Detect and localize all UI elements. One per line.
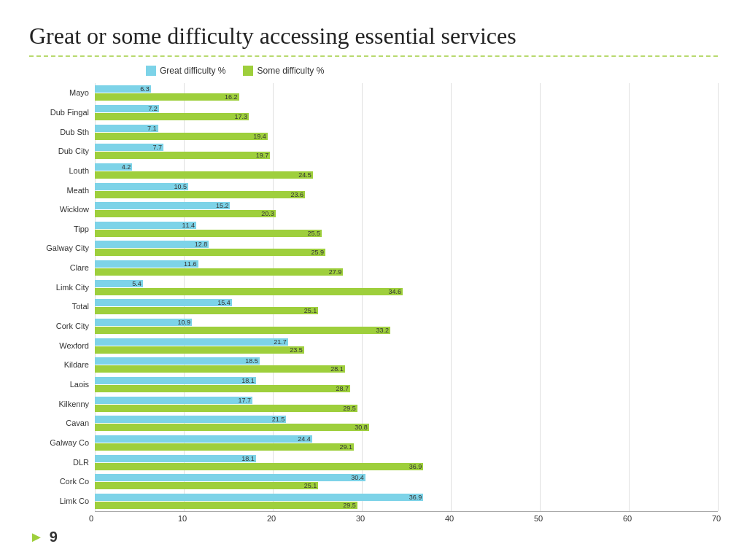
y-label-7: Tipp	[29, 225, 89, 233]
y-label-4: Louth	[29, 167, 89, 175]
bar-great-4: 4.2	[95, 163, 132, 171]
bar-some-label-21: 29.5	[343, 502, 356, 509]
bar-row-6: 15.220.3	[95, 203, 718, 217]
bar-some-label-9: 27.9	[329, 268, 342, 276]
bar-some-label-19: 36.9	[409, 463, 422, 470]
bar-great-11: 15.4	[95, 299, 232, 306]
bar-great-label-7: 11.4	[182, 222, 196, 229]
bar-some-10: 34.6	[95, 288, 403, 295]
bar-some-label-15: 28.7	[336, 385, 349, 392]
bars-wrap-18: 24.429.1	[95, 435, 718, 451]
legend-some: Some difficulty %	[243, 66, 324, 76]
y-label-3: Dub City	[29, 147, 89, 155]
y-label-16: Kilkenny	[29, 400, 89, 408]
bar-row-14: 18.528.1	[95, 358, 718, 373]
bars-wrap-5: 10.523.6	[95, 183, 718, 198]
bar-some-2: 19.4	[95, 133, 268, 140]
bar-some-6: 20.3	[95, 210, 276, 217]
bar-great-9: 11.6	[95, 260, 198, 268]
bar-row-7: 11.425.5	[95, 222, 718, 236]
bar-some-15: 28.7	[95, 385, 350, 392]
bar-some-label-10: 34.6	[389, 288, 402, 295]
bar-great-1: 7.2	[95, 105, 159, 112]
x-tick-60: 60	[623, 514, 632, 523]
bars-wrap-11: 15.425.1	[95, 299, 718, 314]
bar-some-20: 25.1	[95, 482, 318, 489]
bar-some-label-13: 23.5	[290, 346, 303, 354]
y-label-2: Dub Sth	[29, 128, 89, 136]
legend-some-label: Some difficulty %	[257, 66, 324, 76]
bars-wrap-19: 18.136.9	[95, 455, 718, 470]
y-label-15: Laois	[29, 381, 89, 389]
bar-great-label-3: 7.7	[152, 144, 162, 151]
bar-row-1: 7.217.3	[95, 105, 718, 120]
bar-great-label-0: 6.3	[140, 85, 150, 93]
bar-row-4: 4.224.5	[95, 163, 718, 178]
footer-arrow-icon: ►	[29, 529, 44, 545]
bar-some-9: 27.9	[95, 268, 343, 276]
x-axis: 010203040506070	[95, 511, 718, 524]
bar-great-2: 7.1	[95, 125, 158, 132]
bar-great-label-13: 21.7	[274, 338, 287, 346]
bar-some-label-1: 17.3	[235, 113, 248, 120]
bar-great-10: 5.4	[95, 280, 143, 287]
bar-some-label-4: 24.5	[298, 171, 311, 179]
bar-great-6: 15.2	[95, 202, 230, 209]
bar-row-0: 6.316.2	[95, 86, 718, 101]
bar-some-0: 16.2	[95, 93, 239, 101]
bar-great-13: 21.7	[95, 338, 288, 346]
bar-row-10: 5.434.6	[95, 280, 718, 295]
x-tick-10: 10	[178, 514, 187, 523]
bar-great-label-5: 10.5	[174, 183, 187, 190]
bars-wrap-16: 17.729.5	[95, 397, 718, 412]
bar-row-17: 21.530.8	[95, 416, 718, 431]
bars-wrap-1: 7.217.3	[95, 105, 718, 120]
bar-great-label-6: 15.2	[216, 202, 229, 209]
bar-great-8: 12.8	[95, 241, 209, 248]
bars-wrap-9: 11.627.9	[95, 260, 718, 276]
bar-great-12: 10.9	[95, 319, 192, 326]
bar-great-label-9: 11.6	[184, 260, 197, 268]
bar-great-label-12: 10.9	[177, 319, 190, 326]
bars-wrap-12: 10.933.2	[95, 319, 718, 334]
y-label-9: Clare	[29, 264, 89, 272]
bars-wrap-15: 18.128.7	[95, 377, 718, 392]
bars-wrap-13: 21.723.5	[95, 338, 718, 354]
bar-great-label-11: 15.4	[217, 299, 231, 306]
page-number: 9	[50, 529, 58, 545]
bar-great-label-21: 36.9	[409, 494, 422, 501]
bars-wrap-10: 5.434.6	[95, 280, 718, 295]
bar-some-label-14: 28.1	[330, 365, 344, 373]
bar-great-5: 10.5	[95, 183, 188, 190]
bar-great-15: 18.1	[95, 377, 256, 384]
bar-some-label-20: 25.1	[304, 482, 317, 489]
bar-great-label-4: 4.2	[122, 163, 131, 171]
bar-great-label-16: 17.7	[238, 397, 251, 404]
bar-row-15: 18.128.7	[95, 378, 718, 392]
bar-some-label-7: 25.5	[308, 230, 321, 237]
x-tick-30: 30	[356, 514, 365, 523]
bar-great-14: 18.5	[95, 357, 260, 365]
bar-great-label-15: 18.1	[241, 377, 255, 384]
bar-some-8: 25.9	[95, 249, 325, 256]
bar-some-label-0: 16.2	[225, 93, 238, 101]
y-label-0: Mayo	[29, 89, 89, 97]
legend-some-box	[243, 66, 253, 76]
y-label-11: Total	[29, 303, 89, 311]
bar-some-label-2: 19.4	[253, 133, 266, 140]
bar-some-12: 33.2	[95, 327, 390, 334]
bar-great-17: 21.5	[95, 416, 286, 423]
bar-some-11: 25.1	[95, 307, 318, 314]
bar-row-12: 10.933.2	[95, 319, 718, 334]
bars-wrap-21: 36.929.5	[95, 494, 718, 509]
bar-row-21: 36.929.5	[95, 494, 718, 509]
bar-some-label-8: 25.9	[311, 249, 324, 256]
y-label-6: Wicklow	[29, 206, 89, 214]
bar-row-20: 30.425.1	[95, 475, 718, 489]
bar-some-label-11: 25.1	[304, 307, 317, 314]
bar-some-7: 25.5	[95, 230, 322, 237]
page-title: Great or some difficulty accessing essen…	[29, 22, 718, 50]
bar-some-13: 23.5	[95, 346, 304, 354]
grid-line-70	[718, 83, 719, 511]
chart-area: MayoDub FingalDub SthDub CityLouthMeathW…	[29, 83, 718, 511]
